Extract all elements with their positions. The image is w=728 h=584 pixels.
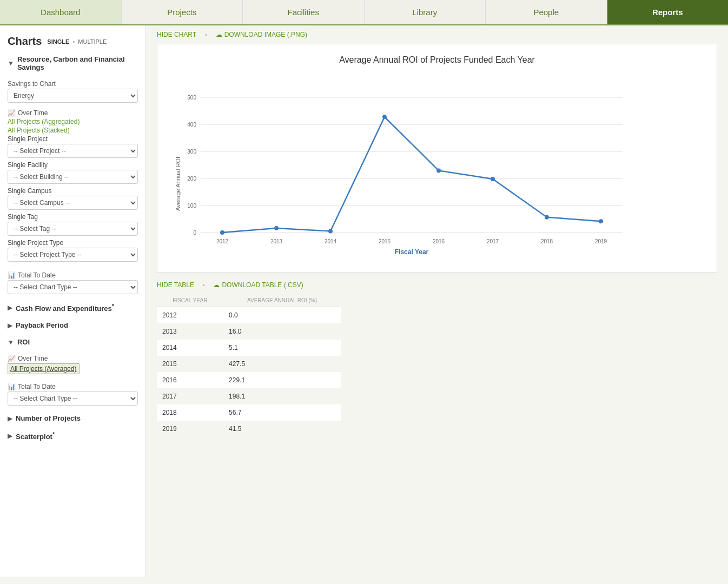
roi-chart-type-select[interactable]: -- Select Chart Type -- [8,391,138,406]
col2-header: AVERAGE ANNUAL ROI (%) [223,294,341,307]
savings-to-chart: Savings to Chart Energy Water Carbon [0,75,145,104]
nav-item-people[interactable]: People [486,0,607,24]
svg-point-25 [382,115,387,119]
svg-text:200: 200 [187,176,196,182]
nav-item-dashboard[interactable]: Dashboard [0,0,122,24]
svg-text:Average Annual ROI: Average Annual ROI [175,157,181,211]
single-label[interactable]: SINGLE [47,38,69,45]
hide-table-link[interactable]: HIDE TABLE [157,281,194,289]
section5-arrow-icon: ▶ [8,415,12,422]
chart-container: Average Annual ROI of Projects Funded Ea… [157,44,717,273]
section2-title: Cash Flow and Expenditures* [16,303,114,313]
single-facility-label: Single Facility [8,161,138,169]
savings-select[interactable]: Energy Water Carbon [8,89,138,103]
table-cell-roi: 56.7 [223,404,341,421]
svg-text:Fiscal Year: Fiscal Year [395,248,429,256]
table-cell-roi: 427.5 [223,356,341,372]
navigation: DashboardProjectsFacilitiesLibraryPeople… [0,0,728,25]
table-cell-roi: 16.0 [223,323,341,340]
cloud-icon2: ☁ [213,281,220,289]
svg-point-26 [436,168,441,172]
section-payback: ▶ Payback Period [0,318,145,333]
single-project-type-row: Single Project Type -- Select Project Ty… [8,239,138,262]
section-roi-header[interactable]: ▼ ROI [0,335,145,349]
table-row: 20120.0 [157,307,341,324]
section2-arrow-icon: ▶ [8,304,12,311]
svg-point-22 [220,230,224,235]
svg-point-23 [274,226,279,230]
multiple-label[interactable]: MULTIPLE [78,38,107,45]
section-cashflow-header[interactable]: ▶ Cash Flow and Expenditures* [0,300,145,316]
section-resource-header[interactable]: ▼ Resource, Carbon and Financial Savings [0,52,145,75]
chart-action-bar: HIDE CHART • ☁ DOWNLOAD IMAGE (.PNG) [157,31,717,38]
roi-trend-icon: 📈 [8,355,16,362]
roi-total-label-row: 📊 Total To Date [8,383,138,390]
section1-arrow-icon: ▼ [8,59,14,67]
single-multiple-toggle: SINGLE • MULTIPLE [47,38,107,45]
section-num-projects-header[interactable]: ▶ Number of Projects [0,411,145,426]
svg-text:500: 500 [187,95,196,101]
table-cell-year: 2016 [157,372,223,388]
all-projects-aggregated-link[interactable]: All Projects (Aggregated) [8,118,138,125]
nav-item-reports[interactable]: Reports [607,0,729,24]
nav-item-library[interactable]: Library [365,0,486,24]
download-image-link[interactable]: ☁ DOWNLOAD IMAGE (.PNG) [216,31,307,38]
section4-title: ROI [17,338,30,346]
chart-type-select1[interactable]: -- Select Chart Type -- [8,280,138,294]
table-cell-year: 2014 [157,340,223,356]
hide-chart-link[interactable]: HIDE CHART [157,31,196,38]
charts-title: Charts [8,35,42,48]
download-csv-link[interactable]: ☁ DOWNLOAD TABLE (.CSV) [213,281,303,289]
single-tag-row: Single Tag -- Select Tag -- [8,213,138,236]
nav-item-projects[interactable]: Projects [122,0,243,24]
line-chart-svg: Average Annual ROI 0 100 200 300 400 [168,76,633,260]
section4-body: 📈 Over Time All Projects (Averaged) 📊 To… [0,349,145,409]
single-facility-row: Single Facility -- Select Building -- [8,161,138,184]
section1-title: Resource, Carbon and Financial Savings [17,55,138,71]
single-project-type-select[interactable]: -- Select Project Type -- [8,248,138,262]
svg-text:100: 100 [187,203,196,209]
section3-title: Payback Period [16,321,68,329]
single-project-select[interactable]: -- Select Project -- [8,144,138,158]
over-time-label: Over Time [18,109,48,117]
single-project-row: Single Project -- Select Project -- [8,135,138,158]
table-cell-roi: 5.1 [223,340,341,356]
action-dot-sep1: • [205,32,207,38]
table-action-bar: HIDE TABLE • ☁ DOWNLOAD TABLE (.CSV) [157,281,717,289]
section-payback-header[interactable]: ▶ Payback Period [0,318,145,333]
table-cell-year: 2018 [157,404,223,421]
single-tag-select[interactable]: -- Select Tag -- [8,222,138,236]
table-cell-roi: 229.1 [223,372,341,388]
svg-point-29 [599,219,603,223]
cloud-upload-icon: ☁ [216,31,222,38]
main-content: HIDE CHART • ☁ DOWNLOAD IMAGE (.PNG) Ave… [146,25,728,577]
total-to-date-section1: 📊 Total To Date -- Select Chart Type -- [0,266,145,295]
svg-point-27 [491,177,495,181]
trend-icon: 📈 [8,109,16,117]
section4-arrow-icon: ▼ [8,339,14,346]
all-projects-stacked-link[interactable]: All Projects (Stacked) [8,127,138,134]
table-row: 201856.7 [157,404,341,421]
roi-over-time-label: Over Time [18,355,48,362]
section-scatterplot-header[interactable]: ▶ Scatterplot* [0,428,145,444]
svg-text:2017: 2017 [487,238,499,244]
main-layout: Charts SINGLE • MULTIPLE ▼ Resource, Car… [0,25,728,577]
section6-arrow-icon: ▶ [8,432,12,440]
table-row: 2015427.5 [157,356,341,372]
single-facility-select[interactable]: -- Select Building -- [8,170,138,184]
svg-text:300: 300 [187,149,196,155]
total-to-date-label-row1: 📊 Total To Date [8,271,138,279]
nav-item-facilities[interactable]: Facilities [243,0,365,24]
section-roi: ▼ ROI 📈 Over Time All Projects (Averaged… [0,335,145,409]
svg-text:2015: 2015 [379,238,391,244]
all-projects-averaged-link[interactable]: All Projects (Averaged) [8,363,80,374]
single-campus-select[interactable]: -- Select Campus -- [8,196,138,210]
single-campus-label: Single Campus [8,187,138,195]
roi-over-time: 📈 Over Time All Projects (Averaged) [0,349,145,376]
bar-chart-icon1: 📊 [8,271,16,279]
svg-text:2012: 2012 [216,238,229,244]
section-num-projects: ▶ Number of Projects [0,411,145,426]
table-cell-year: 2012 [157,307,223,324]
single-campus-row: Single Campus -- Select Campus -- [8,187,138,210]
chart-svg-wrapper: Average Annual ROI 0 100 200 300 400 [168,76,706,261]
